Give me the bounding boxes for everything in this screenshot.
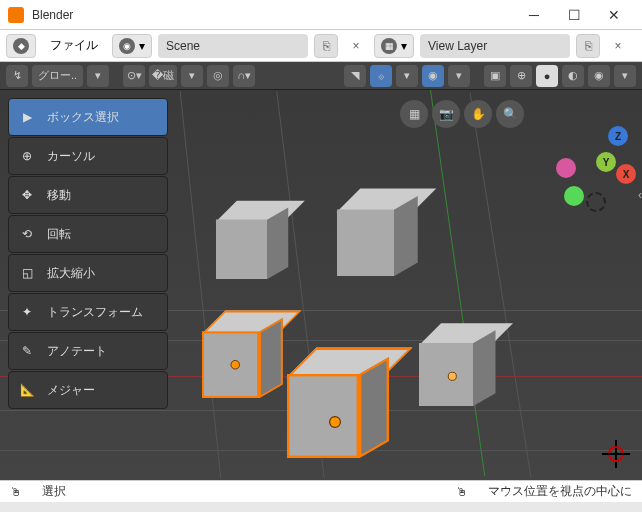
shading-dropdown[interactable]: ▾ [614,65,636,87]
gizmo-y[interactable]: Y [596,152,616,172]
tool-move[interactable]: ✥移動 [8,176,168,214]
tool-label: トランスフォーム [47,304,143,321]
overlay-toggle[interactable]: ◉ [422,65,444,87]
blender-menu-icon[interactable]: ◆ [6,34,36,58]
proportional-dropdown[interactable]: ∩▾ [233,65,255,87]
delete-scene-button[interactable]: × [344,34,368,58]
tool-label: 回転 [47,226,71,243]
cube-object[interactable] [216,211,284,279]
box-select-icon: ▶ [17,107,37,127]
cube-object-active[interactable] [287,362,383,458]
mouse-icon: 🖱 [10,485,22,499]
gizmo-toggle[interactable]: ⟐ [370,65,392,87]
orientation-label[interactable]: グロー.. [32,65,83,87]
mouse-icon: 🖱 [456,485,468,499]
rotate-icon: ⟲ [17,224,37,244]
annotate-icon: ✎ [17,341,37,361]
tool-label: メジャー [47,382,95,399]
status-right: マウス位置を視点の中心に [488,483,632,500]
tool-label: アノテート [47,343,107,360]
proportional-toggle[interactable]: ◎ [207,65,229,87]
new-scene-button[interactable]: ⎘ [314,34,338,58]
camera-grid-icon[interactable]: ▦ [400,100,428,128]
delete-viewlayer-button[interactable]: × [606,34,630,58]
tool-label: ボックス選択 [47,109,119,126]
pan-icon[interactable]: ✋ [464,100,492,128]
sidebar-toggle[interactable]: ‹ [638,188,642,202]
shading-wireframe[interactable]: ⊕ [510,65,532,87]
tool-cursor[interactable]: ⊕カーソル [8,137,168,175]
3d-viewport[interactable]: ▦ 📷 ✋ 🔍 Z Y X ▶ボックス選択 ⊕カーソル ✥移動 ⟲回転 ◱拡大縮… [0,90,642,480]
origin-icon [448,372,457,381]
tool-label: カーソル [47,148,95,165]
scale-icon: ◱ [17,263,37,283]
nav-gizmo[interactable]: Z Y X [574,130,634,190]
measure-icon: 📐 [17,380,37,400]
tool-scale[interactable]: ◱拡大縮小 [8,254,168,292]
scene-browse-button[interactable]: ◉▾ [112,34,152,58]
tool-transform[interactable]: ✦トランスフォーム [8,293,168,331]
tool-panel: ▶ボックス選択 ⊕カーソル ✥移動 ⟲回転 ◱拡大縮小 ✦トランスフォーム ✎ア… [8,98,168,410]
shading-rendered[interactable]: ◉ [588,65,610,87]
gizmo-neg-x[interactable] [556,158,576,178]
status-left: 選択 [42,483,66,500]
snap-dropdown[interactable]: ▾ [181,65,203,87]
gizmo-x[interactable]: X [616,164,636,184]
file-menu[interactable]: ファイル [42,37,106,54]
origin-icon [329,416,341,428]
tool-label: 移動 [47,187,71,204]
tool-box-select[interactable]: ▶ボックス選択 [8,98,168,136]
overlay-dropdown[interactable]: ▾ [448,65,470,87]
window-title: Blender [32,8,514,22]
shading-solid[interactable]: ● [536,65,558,87]
gizmo-dropdown[interactable]: ▾ [396,65,418,87]
select-visible-toggle[interactable]: ◥ [344,65,366,87]
snap-toggle[interactable]: �磁 [149,65,177,87]
close-button[interactable]: ✕ [594,1,634,29]
blender-logo-icon [8,7,24,23]
scene-name-field[interactable] [158,34,308,58]
cursor-icon: ⊕ [17,146,37,166]
tool-label: 拡大縮小 [47,265,95,282]
new-viewlayer-button[interactable]: ⎘ [576,34,600,58]
orientation-chevron-icon[interactable]: ▾ [87,65,109,87]
gizmo-z[interactable]: Z [608,126,628,146]
orientation-dropdown[interactable]: ↯ [6,65,28,87]
cube-object[interactable] [337,200,413,276]
minimize-button[interactable]: ─ [514,1,554,29]
origin-icon [231,360,241,370]
camera-view-icon[interactable]: 📷 [432,100,460,128]
zoom-icon[interactable]: 🔍 [496,100,524,128]
3d-cursor-icon [602,440,630,468]
gizmo-neg-y[interactable] [564,186,584,206]
xray-toggle[interactable]: ▣ [484,65,506,87]
cube-object-selected[interactable] [202,322,278,398]
gizmo-neg-z[interactable] [586,192,606,212]
transform-icon: ✦ [17,302,37,322]
maximize-button[interactable]: ☐ [554,1,594,29]
tool-measure[interactable]: 📐メジャー [8,371,168,409]
move-icon: ✥ [17,185,37,205]
shading-material[interactable]: ◐ [562,65,584,87]
pivot-dropdown[interactable]: ⊙▾ [123,65,145,87]
tool-rotate[interactable]: ⟲回転 [8,215,168,253]
viewlayer-name-field[interactable] [420,34,570,58]
cube-object[interactable] [419,334,491,406]
viewlayer-browse-button[interactable]: ▦▾ [374,34,414,58]
tool-annotate[interactable]: ✎アノテート [8,332,168,370]
